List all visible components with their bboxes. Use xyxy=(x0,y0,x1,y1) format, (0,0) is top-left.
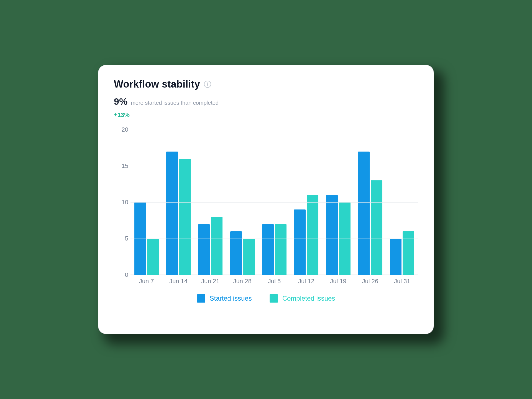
chart-gridline xyxy=(131,202,418,203)
bar-started[interactable] xyxy=(262,224,274,275)
bar-group xyxy=(294,195,318,275)
x-axis-tick: Jul 12 xyxy=(295,278,317,285)
x-axis-tick: Jun 28 xyxy=(231,278,254,285)
chart-legend: Started issues Completed issues xyxy=(114,294,418,303)
x-axis-tick: Jun 7 xyxy=(135,278,158,285)
chart-gridline xyxy=(131,166,418,166)
bar-completed[interactable] xyxy=(307,195,318,275)
bar-group xyxy=(326,195,351,275)
summary-description: more started issues than completed xyxy=(131,100,219,106)
bar-started[interactable] xyxy=(326,195,338,275)
bar-completed[interactable] xyxy=(211,217,222,275)
bar-completed[interactable] xyxy=(243,239,255,275)
bar-group xyxy=(230,231,255,275)
bar-started[interactable] xyxy=(358,152,370,275)
bar-started[interactable] xyxy=(230,231,242,275)
legend-label: Completed issues xyxy=(282,295,335,302)
x-axis-tick: Jul 26 xyxy=(359,278,381,285)
x-axis-tick: Jun 21 xyxy=(199,278,221,285)
legend-item-completed[interactable]: Completed issues xyxy=(270,294,335,303)
workflow-stability-card: Workflow stability i 9% more started iss… xyxy=(98,65,434,334)
bar-started[interactable] xyxy=(294,209,306,275)
summary-value: 9% xyxy=(114,96,127,107)
info-icon[interactable]: i xyxy=(204,81,211,88)
legend-item-started[interactable]: Started issues xyxy=(197,294,252,303)
chart-plot xyxy=(131,130,418,275)
x-axis-tick: Jul 5 xyxy=(263,278,285,285)
y-axis-tick: 0 xyxy=(114,271,128,278)
bar-group xyxy=(358,152,382,275)
summary-delta: +13% xyxy=(114,111,418,119)
chart-x-axis: Jun 7Jun 14Jun 21Jun 28Jul 5Jul 12Jul 19… xyxy=(131,275,418,288)
summary-stat: 9% more started issues than completed xyxy=(114,96,418,107)
y-axis-tick: 10 xyxy=(114,199,128,206)
bar-completed[interactable] xyxy=(179,159,191,275)
y-axis-tick: 15 xyxy=(114,162,128,170)
x-axis-tick: Jul 19 xyxy=(327,278,349,285)
bar-group xyxy=(390,231,414,275)
y-axis-tick: 20 xyxy=(114,126,128,133)
bar-started[interactable] xyxy=(198,224,210,275)
card-header: Workflow stability i xyxy=(114,78,418,90)
bar-completed[interactable] xyxy=(147,239,159,275)
bar-completed[interactable] xyxy=(403,231,414,275)
legend-swatch-icon xyxy=(197,294,205,303)
bar-started[interactable] xyxy=(390,239,401,275)
bar-started[interactable] xyxy=(166,152,178,275)
y-axis-tick: 5 xyxy=(114,235,128,242)
bar-group xyxy=(166,152,191,275)
card-title: Workflow stability xyxy=(114,78,200,90)
bar-completed[interactable] xyxy=(371,180,382,275)
legend-swatch-icon xyxy=(270,294,278,303)
chart-gridline xyxy=(131,239,418,239)
x-axis-tick: Jun 14 xyxy=(167,278,190,285)
bar-group xyxy=(262,224,287,275)
bar-group xyxy=(198,217,222,275)
x-axis-tick: Jul 31 xyxy=(391,278,413,285)
chart-area: Jun 7Jun 14Jun 21Jun 28Jul 5Jul 12Jul 19… xyxy=(114,130,418,288)
chart-gridline xyxy=(131,130,418,130)
legend-label: Started issues xyxy=(210,295,252,302)
bar-completed[interactable] xyxy=(275,224,287,275)
